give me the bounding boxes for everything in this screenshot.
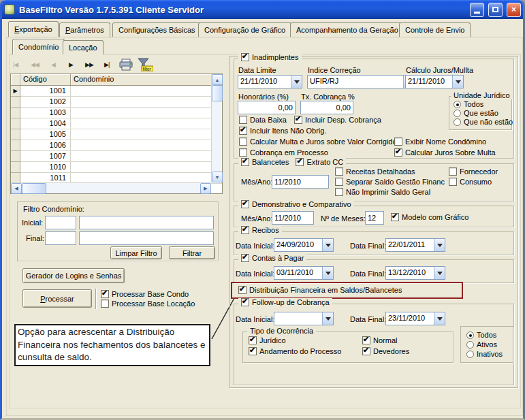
consumo-checkbox[interactable]: Consumo bbox=[449, 178, 492, 186]
tab-parametros[interactable]: Parâmetros bbox=[59, 22, 110, 37]
processar-base-locacao-checkbox[interactable]: Processar Base Locação bbox=[101, 300, 195, 308]
grid-cell-codigo[interactable]: 1010 bbox=[20, 162, 71, 173]
tx-cobranca-input[interactable] bbox=[300, 101, 353, 114]
chevron-down-icon[interactable] bbox=[434, 312, 445, 325]
grid-row[interactable]: 1006 bbox=[11, 140, 222, 151]
separar-saldo-checkbox[interactable]: Separar Saldo Gestão Financ bbox=[335, 178, 445, 186]
tab-condominio[interactable]: Condomínio bbox=[12, 39, 65, 54]
minimize-button[interactable] bbox=[470, 3, 484, 17]
chevron-down-icon[interactable] bbox=[291, 76, 302, 88]
last-record-button[interactable]: ▶| bbox=[104, 61, 109, 68]
devedores-checkbox[interactable]: Devedores bbox=[362, 347, 409, 355]
grid-cell-codigo[interactable]: 1001 bbox=[20, 86, 71, 97]
distribuicao-financeira-checkbox[interactable]: Distribuição Financeira em Saldos/Balanc… bbox=[238, 286, 402, 294]
scroll-thumb[interactable] bbox=[212, 85, 223, 101]
chevron-down-icon[interactable] bbox=[434, 267, 445, 279]
calculo-juros-combo[interactable]: 21/11/2010 bbox=[405, 75, 464, 88]
juridico-checkbox[interactable]: Jurídico bbox=[249, 336, 286, 344]
grid-cell-condominio[interactable] bbox=[71, 140, 222, 151]
grid-cell-condominio[interactable] bbox=[71, 118, 222, 129]
radio-inativos[interactable]: Inativos bbox=[466, 350, 503, 358]
next-page-button[interactable]: ▶▶ bbox=[85, 61, 93, 68]
receitas-detalhadas-checkbox[interactable]: Receitas Detalhadas bbox=[335, 167, 415, 176]
recibos-data-final-combo[interactable]: 22/01/2011 bbox=[385, 238, 445, 252]
first-record-button[interactable]: |◀ bbox=[13, 61, 18, 68]
contas-data-inicial-combo[interactable]: 03/11/2010 bbox=[274, 266, 334, 280]
processar-base-condo-checkbox[interactable]: Processar Base Condo bbox=[101, 290, 189, 298]
inadimplentes-checkbox[interactable]: Inadimplentes bbox=[241, 53, 299, 61]
grid-horizontal-scrollbar[interactable]: ◀ ▶ bbox=[11, 182, 211, 193]
prior-page-button[interactable]: ◀◀ bbox=[31, 61, 39, 68]
contas-pagar-checkbox[interactable]: Contas à Pagar bbox=[241, 254, 304, 262]
condominio-grid[interactable]: Código Condomínio ▶ 1001 1002 1003 1004 … bbox=[10, 74, 223, 194]
balancetes-checkbox[interactable]: Balancetes bbox=[241, 158, 289, 166]
chevron-down-icon[interactable] bbox=[322, 267, 333, 279]
scroll-up-icon[interactable]: ▲ bbox=[212, 74, 223, 85]
grid-row[interactable]: ▶ 1001 bbox=[11, 86, 222, 97]
chevron-down-icon[interactable] bbox=[434, 239, 445, 251]
grid-cell-codigo[interactable]: 1005 bbox=[20, 129, 71, 140]
data-baixa-checkbox[interactable]: Data Baixa bbox=[239, 116, 287, 124]
calc-multa-juros-checkbox[interactable]: Calcular Multa e Juros sobre Valor Corri… bbox=[239, 138, 397, 146]
filtrar-button[interactable]: Filtrar bbox=[169, 246, 215, 259]
grid-row[interactable]: 1005 bbox=[11, 129, 222, 140]
grid-row[interactable]: 1010 bbox=[11, 162, 222, 173]
normal-checkbox[interactable]: Normal bbox=[362, 336, 397, 344]
grid-cell-codigo[interactable]: 1002 bbox=[20, 97, 71, 108]
incluir-desp-checkbox[interactable]: Incluir Desp. Cobrança bbox=[294, 116, 381, 124]
grid-row[interactable]: 1007 bbox=[11, 151, 222, 162]
extrato-cc-checkbox[interactable]: Extrato CC bbox=[296, 158, 343, 166]
balancetes-mes-ano-input[interactable] bbox=[272, 175, 329, 189]
grid-cell-condominio[interactable] bbox=[71, 162, 222, 173]
limpar-filtro-button[interactable]: Limpar Filtro bbox=[110, 246, 162, 259]
grid-vertical-scrollbar[interactable]: ▲ ▼ bbox=[211, 74, 222, 182]
fornecedor-checkbox[interactable]: Fornecedor bbox=[449, 167, 498, 176]
n-meses-input[interactable] bbox=[365, 211, 384, 225]
recibos-data-inicial-combo[interactable]: 24/09/2010 bbox=[274, 238, 334, 252]
tab-config-basicas[interactable]: Configurações Básicas bbox=[112, 22, 202, 37]
contas-data-final-combo[interactable]: 13/12/2010 bbox=[385, 266, 445, 280]
scroll-left-icon[interactable]: ◀ bbox=[11, 183, 22, 194]
radio-que-estao[interactable]: Que estão bbox=[454, 109, 498, 117]
tab-exportacao[interactable]: Exportação bbox=[8, 21, 59, 37]
modelo-grafico-checkbox[interactable]: Modelo com Gráfico bbox=[391, 213, 468, 221]
grid-cell-condominio[interactable] bbox=[71, 108, 222, 118]
demonstrativo-checkbox[interactable]: Demonstrativo e Comparativo bbox=[241, 200, 351, 208]
chevron-down-icon[interactable] bbox=[452, 76, 463, 88]
tab-locacao[interactable]: Locação bbox=[63, 40, 104, 54]
calc-juros-multa-checkbox[interactable]: Calcular Juros Sobre Multa bbox=[394, 148, 496, 157]
followup-data-final-combo[interactable]: 23/11/2010 bbox=[385, 312, 445, 325]
nao-imprimir-checkbox[interactable]: Não Imprimir Saldo Geral bbox=[335, 188, 430, 196]
followup-checkbox[interactable]: Follow-up de Cobrança bbox=[241, 298, 330, 306]
processar-button[interactable]: Processar bbox=[22, 289, 92, 308]
cobranca-processo-checkbox[interactable]: Cobrança em Processo bbox=[239, 148, 328, 157]
title-bar[interactable]: BaseFiltro Versão 1.7.5.391 Cliente Serv… bbox=[0, 0, 525, 19]
radio-ativos[interactable]: Ativos bbox=[466, 340, 497, 349]
close-button[interactable]: × bbox=[507, 3, 521, 17]
grid-cell-codigo[interactable]: 1006 bbox=[20, 140, 71, 151]
grid-cell-condominio[interactable] bbox=[71, 97, 222, 108]
exibir-nome-checkbox[interactable]: Exibir Nome Condômino bbox=[394, 138, 486, 146]
grid-cell-codigo[interactable]: 1003 bbox=[20, 108, 71, 118]
chevron-down-icon[interactable] bbox=[322, 239, 333, 251]
grid-cell-condominio[interactable] bbox=[71, 129, 222, 140]
filtro-inicial-nome-input[interactable] bbox=[79, 216, 214, 229]
prior-record-button[interactable]: ◀ bbox=[51, 61, 55, 68]
maximize-button[interactable] bbox=[488, 3, 503, 17]
data-limite-combo[interactable]: 21/11/2010 bbox=[238, 75, 302, 88]
scroll-thumb[interactable] bbox=[22, 183, 46, 194]
grid-header-condominio[interactable]: Condomínio bbox=[71, 74, 222, 86]
tab-config-grafico[interactable]: Configuração de Gráfico bbox=[198, 22, 291, 37]
radio-que-nao-estao[interactable]: Que não estão bbox=[454, 118, 513, 126]
tab-acompanhamento[interactable]: Acompanhamento da Geração bbox=[290, 22, 404, 37]
followup-data-inicial-combo[interactable] bbox=[274, 312, 334, 325]
grid-row[interactable]: 1004 bbox=[11, 118, 222, 129]
scroll-right-icon[interactable]: ▶ bbox=[200, 183, 211, 194]
indice-correcao-combo[interactable]: UFIR/RJ bbox=[307, 75, 415, 88]
honorarios-input[interactable] bbox=[238, 101, 296, 114]
radio-todos[interactable]: Todos bbox=[466, 331, 496, 339]
grid-cell-condominio[interactable] bbox=[71, 86, 222, 97]
andamento-processo-checkbox[interactable]: Andamento do Processo bbox=[249, 347, 341, 355]
filter-icon[interactable]: filter bbox=[137, 58, 153, 74]
grid-cell-condominio[interactable] bbox=[71, 151, 222, 162]
